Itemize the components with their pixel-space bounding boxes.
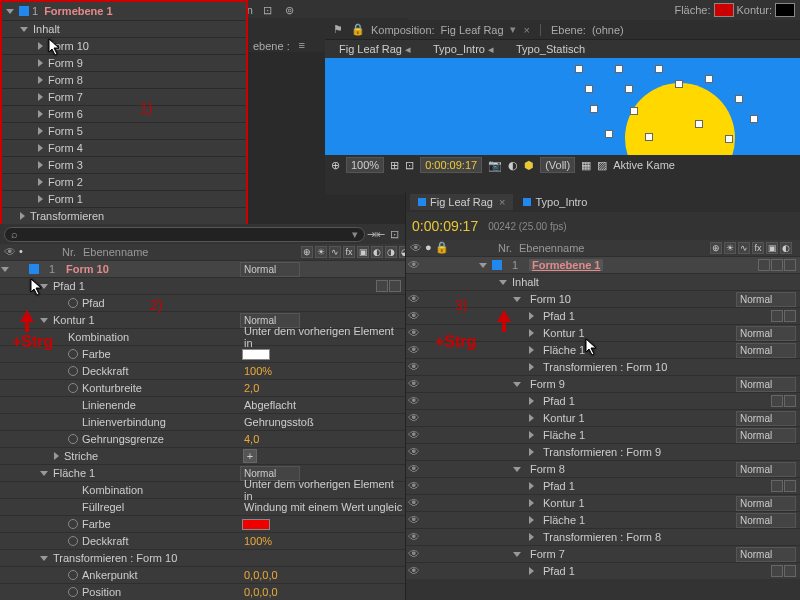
group-row[interactable]: 👁Form 8Normal bbox=[406, 460, 800, 477]
twirl-icon[interactable] bbox=[38, 76, 43, 84]
property-row[interactable]: Farbe bbox=[0, 515, 405, 532]
shy-toggle-icon[interactable]: ⇥⇤ bbox=[369, 227, 383, 241]
twirl-icon[interactable] bbox=[529, 431, 534, 439]
form-row[interactable]: Form 6 bbox=[2, 105, 246, 122]
property-row[interactable]: KombinationUnter dem vorherigen Element … bbox=[0, 328, 405, 345]
stopwatch-icon[interactable] bbox=[68, 298, 78, 308]
layer-name[interactable]: Form 10 bbox=[62, 263, 240, 275]
property-row[interactable]: Pfad 1 bbox=[0, 277, 405, 294]
stroke-swatch[interactable] bbox=[775, 3, 795, 17]
zoom-field[interactable]: 100% bbox=[346, 157, 384, 173]
twirl-icon[interactable] bbox=[529, 414, 534, 422]
child-row[interactable]: 👁Transformieren : Form 8 bbox=[406, 528, 800, 545]
timecode-value[interactable]: 0:00:09:17 bbox=[412, 218, 478, 234]
timecode-icon[interactable]: ⊡ bbox=[405, 159, 414, 172]
twirl-icon[interactable] bbox=[20, 212, 25, 220]
add-button[interactable]: + bbox=[243, 449, 257, 463]
property-row[interactable]: KombinationUnter dem vorherigen Element … bbox=[0, 481, 405, 498]
twirl-icon[interactable] bbox=[529, 533, 534, 541]
form-row[interactable]: Form 9 bbox=[2, 54, 246, 71]
twirl-icon[interactable] bbox=[38, 93, 43, 101]
child-row[interactable]: 👁Pfad 1 bbox=[406, 562, 800, 579]
property-row[interactable]: Pfad bbox=[0, 294, 405, 311]
twirl-icon[interactable] bbox=[38, 195, 43, 203]
blend-mode[interactable]: Normal bbox=[736, 513, 796, 528]
layer-row[interactable]: 1 Form 10 Normal bbox=[0, 260, 405, 277]
child-row[interactable]: 👁Fläche 1Normal bbox=[406, 511, 800, 528]
property-row[interactable]: Transformieren : Form 10 bbox=[0, 549, 405, 566]
child-row[interactable]: 👁Fläche 1Normal bbox=[406, 426, 800, 443]
eye-icon[interactable]: 👁 bbox=[408, 445, 420, 459]
twirl-icon[interactable] bbox=[513, 382, 521, 387]
twirl-icon[interactable] bbox=[38, 42, 43, 50]
property-row[interactable]: Deckkraft100% bbox=[0, 532, 405, 549]
form-row[interactable]: Form 7 bbox=[2, 88, 246, 105]
child-row[interactable]: 👁Pfad 1 bbox=[406, 392, 800, 409]
property-row[interactable]: LinienendeAbgeflacht bbox=[0, 396, 405, 413]
view-icon[interactable]: ▦ bbox=[581, 159, 591, 172]
eye-icon[interactable]: 👁 bbox=[408, 377, 420, 391]
breadcrumb-item[interactable]: Fig Leaf Rag◂ bbox=[333, 42, 417, 57]
lock-column-icon[interactable]: 🔒 bbox=[435, 241, 449, 255]
blend-mode[interactable]: Normal bbox=[736, 428, 796, 443]
twirl-icon[interactable] bbox=[529, 516, 534, 524]
search-input[interactable]: ⌕ ▾ bbox=[4, 227, 365, 242]
property-row[interactable]: Deckkraft100% bbox=[0, 362, 405, 379]
color-swatch[interactable] bbox=[242, 349, 270, 360]
blend-mode[interactable]: Normal bbox=[736, 462, 796, 477]
grid-icon[interactable]: ⊞ bbox=[390, 159, 399, 172]
blend-mode[interactable]: Normal bbox=[736, 496, 796, 511]
twirl-icon[interactable] bbox=[529, 482, 534, 490]
solo-column-icon[interactable]: ● bbox=[425, 241, 432, 255]
close-tab-icon[interactable]: × bbox=[524, 24, 530, 36]
form-row[interactable]: Form 4 bbox=[2, 139, 246, 156]
twirl-icon[interactable] bbox=[529, 567, 534, 575]
lock-icon[interactable]: ⊡ bbox=[387, 227, 401, 241]
property-row[interactable]: Konturbreite2,0 bbox=[0, 379, 405, 396]
twirl-icon[interactable] bbox=[1, 267, 9, 272]
stopwatch-icon[interactable] bbox=[68, 434, 78, 444]
stopwatch-icon[interactable] bbox=[68, 587, 78, 597]
twirl-icon[interactable] bbox=[38, 110, 43, 118]
blend-mode[interactable]: Normal bbox=[736, 411, 796, 426]
layer-name[interactable]: Formebene 1 bbox=[44, 5, 112, 17]
eye-icon[interactable]: 👁 bbox=[408, 530, 420, 544]
panel-menu-icon[interactable]: ≡ bbox=[295, 38, 309, 52]
child-row[interactable]: 👁Kontur 1Normal bbox=[406, 494, 800, 511]
child-row[interactable]: 👁Kontur 1Normal bbox=[406, 409, 800, 426]
form-row[interactable]: Form 10 bbox=[2, 37, 246, 54]
twirl-icon[interactable] bbox=[40, 556, 48, 561]
twirl-icon[interactable] bbox=[529, 329, 534, 337]
fill-swatch[interactable] bbox=[714, 3, 734, 17]
twirl-icon[interactable] bbox=[38, 161, 43, 169]
child-row[interactable]: 👁Transformieren : Form 9 bbox=[406, 443, 800, 460]
twirl-icon[interactable] bbox=[529, 499, 534, 507]
twirl-icon[interactable] bbox=[529, 363, 534, 371]
twirl-icon[interactable] bbox=[40, 318, 48, 323]
eye-icon[interactable]: 👁 bbox=[408, 428, 420, 442]
form-row[interactable]: Form 3 bbox=[2, 156, 246, 173]
property-row[interactable]: FüllregelWindung mit einem Wert ungleic bbox=[0, 498, 405, 515]
property-row[interactable]: LinienverbindungGehrungsstoß bbox=[0, 413, 405, 430]
timeline-tab[interactable]: Typo_Intro bbox=[515, 194, 595, 210]
stopwatch-icon[interactable] bbox=[68, 519, 78, 529]
active-camera-label[interactable]: Aktive Kame bbox=[613, 159, 675, 171]
blend-mode[interactable]: Normal bbox=[240, 262, 300, 277]
group-row[interactable]: 👁Form 7Normal bbox=[406, 545, 800, 562]
form-row[interactable]: Form 2 bbox=[2, 173, 246, 190]
eye-icon[interactable]: 👁 bbox=[408, 411, 420, 425]
twirl-icon[interactable] bbox=[479, 263, 487, 268]
color-icon[interactable]: ⬢ bbox=[524, 159, 534, 172]
color-swatch[interactable] bbox=[242, 519, 270, 530]
flag-icon[interactable]: ⚑ bbox=[331, 23, 345, 37]
property-row[interactable]: Striche+ bbox=[0, 447, 405, 464]
twirl-icon[interactable] bbox=[38, 144, 43, 152]
eye-icon[interactable]: 👁 bbox=[408, 258, 420, 272]
group-row[interactable]: 👁Form 9Normal bbox=[406, 375, 800, 392]
twirl-icon[interactable] bbox=[529, 346, 534, 354]
twirl-icon[interactable] bbox=[513, 467, 521, 472]
twirl-icon[interactable] bbox=[20, 27, 28, 32]
twirl-icon[interactable] bbox=[529, 448, 534, 456]
eye-icon[interactable]: 👁 bbox=[408, 479, 420, 493]
layer-row[interactable]: 👁 1 Formebene 1 bbox=[406, 256, 800, 273]
